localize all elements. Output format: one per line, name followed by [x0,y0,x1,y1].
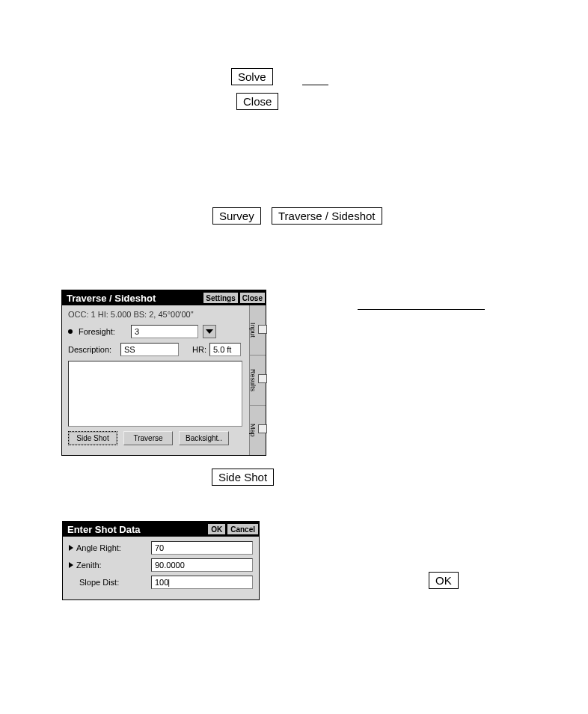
backsight-button[interactable]: Backsight.. [179,431,229,445]
tab-results-label: Results [249,369,257,391]
tab-input[interactable]: Input [250,305,266,356]
slope-dist-label: Slope Dist: [79,578,119,587]
traverse-sideshot-window: Traverse / Sideshot Settings Close Input… [61,290,266,456]
foresight-label: Foresight: [79,327,131,336]
win1-titlebar: Traverse / Sideshot Settings Close [62,290,266,305]
angle-right-label: Angle Right: [76,543,121,552]
underline-blank [302,75,328,85]
close-label-box: Close [236,93,278,110]
description-row: Description: SS HR: 5.0 ft [68,343,261,356]
traverse-sideshot-label-box: Traverse / Sideshot [272,207,382,225]
tab-map[interactable]: Map [250,406,266,455]
tab-input-label: Input [249,323,257,338]
description-label: Description: [68,345,120,354]
enter-shot-data-window: Enter Shot Data OK Cancel Angle Right: 7… [62,521,260,600]
occ-status-line: OCC: 1 HI: 5.000 BS: 2, 45°00'00" [68,310,261,319]
zenith-label: Zenith: [76,561,102,570]
slope-dist-row: Slope Dist: 100 [69,576,253,589]
tab-map-label: Map [249,424,257,437]
zenith-row: Zenith: 90.0000 [69,558,253,572]
tab-results[interactable]: Results [250,356,266,406]
underline-long [358,299,485,310]
close-button[interactable]: Close [239,292,266,304]
win1-sidebar: Input Results Map [249,305,266,455]
win1-button-row: Side Shot Traverse Backsight.. [68,431,261,445]
ok-button[interactable]: OK [207,523,226,535]
triangle-right-icon [69,562,73,568]
settings-button[interactable]: Settings [203,292,238,304]
side-shot-button[interactable]: Side Shot [68,431,117,445]
triangle-right-icon [69,545,73,551]
side-shot-label-box: Side Shot [212,469,274,486]
description-input[interactable]: SS [120,343,179,356]
bullet-icon [68,329,73,334]
slope-dist-input[interactable]: 100 [151,576,253,589]
map-tab-icon [258,424,267,433]
results-textarea[interactable] [68,361,242,427]
win2-titlebar: Enter Shot Data OK Cancel [63,522,259,537]
zenith-input[interactable]: 90.0000 [151,558,253,572]
hr-input[interactable]: 5.0 ft [209,343,241,356]
foresight-row: Foresight: 3 [68,325,261,338]
win1-title: Traverse / Sideshot [67,293,156,304]
results-tab-icon [258,374,267,383]
cancel-button[interactable]: Cancel [227,523,259,535]
foresight-input[interactable]: 3 [131,325,198,338]
traverse-button[interactable]: Traverse [123,431,173,445]
win2-title: Enter Shot Data [67,524,141,535]
solve-label-box: Solve [231,68,273,85]
angle-right-row: Angle Right: 70 [69,541,253,555]
ok-label-box: OK [429,572,459,589]
hr-label: HR: [192,345,206,354]
angle-right-input[interactable]: 70 [151,541,253,555]
foresight-dropdown-arrow[interactable] [203,325,216,338]
input-tab-icon [258,325,267,334]
survey-label-box: Survey [212,207,261,225]
